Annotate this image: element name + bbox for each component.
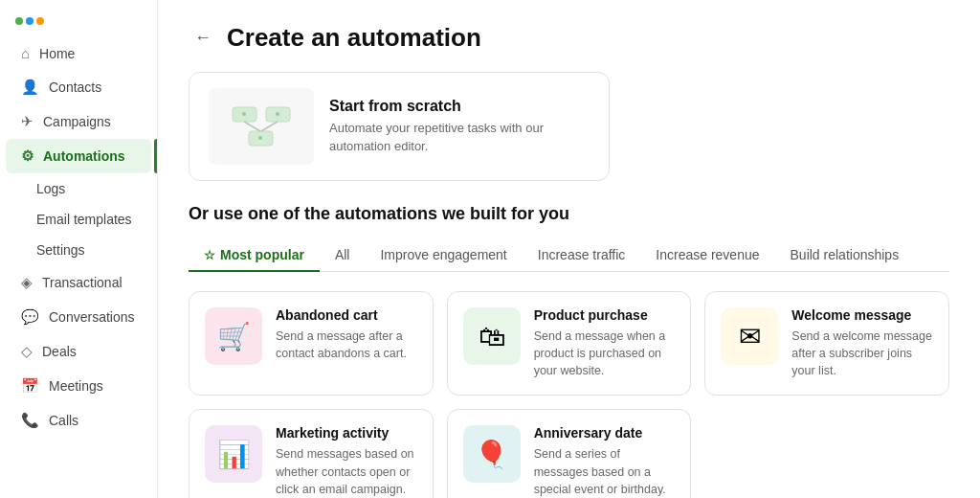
tabs-bar: ☆ Most popular All Improve engagement In… [189,239,949,272]
sidebar-sub-settings[interactable]: Settings [6,235,151,265]
automations-grid: 🛒 Abandoned cart Send a message after a … [189,291,949,498]
logo [0,10,157,36]
abandoned-cart-title: Abandoned cart [276,307,417,323]
welcome-message-body: Welcome message Send a welcome message a… [791,307,933,379]
sidebar-item-label: Transactional [42,275,122,290]
sidebar-item-label: Calls [49,413,78,428]
logo-dot-3 [36,17,44,25]
scratch-preview [209,88,314,165]
abandoned-cart-desc: Send a message after a contact abandons … [276,328,417,362]
tab-label: Increase traffic [538,247,626,262]
svg-point-7 [258,136,262,140]
automation-card-abandoned-cart[interactable]: 🛒 Abandoned cart Send a message after a … [189,291,434,396]
marketing-activity-desc: Send messages based on whether contacts … [276,445,417,497]
svg-point-5 [242,112,246,116]
sidebar-item-label: Automations [43,148,125,164]
tab-label: Most popular [220,247,304,262]
automation-card-welcome-message[interactable]: ✉ Welcome message Send a welcome message… [704,291,949,396]
welcome-message-desc: Send a welcome message after a subscribe… [791,328,933,379]
automations-icon: ⚙ [21,147,33,165]
automation-card-product-purchase[interactable]: 🛍 Product purchase Send a message when a… [447,291,692,396]
marketing-activity-body: Marketing activity Send messages based o… [276,425,417,497]
marketing-activity-icon: 📊 [205,425,262,483]
automation-card-marketing-activity[interactable]: 📊 Marketing activity Send messages based… [189,409,434,498]
transactional-icon: ◈ [21,274,33,291]
scratch-description: Automate your repetitive tasks with our … [329,120,590,154]
automation-card-anniversary-date[interactable]: 🎈 Anniversary date Send a series of mess… [447,409,692,498]
scratch-title: Start from scratch [329,98,590,115]
deals-icon: ◇ [21,343,33,360]
sidebar-sub-email-templates[interactable]: Email templates [6,204,151,235]
tab-label: Increase revenue [656,247,759,262]
abandoned-cart-body: Abandoned cart Send a message after a co… [276,307,417,362]
tab-increase-traffic[interactable]: Increase traffic [523,239,641,272]
tab-label: Improve engagement [380,247,506,262]
scratch-info: Start from scratch Automate your repetit… [329,98,590,154]
logo-dot-1 [15,17,23,25]
page-header: ← Create an automation [189,23,949,53]
campaigns-icon: ✈ [21,113,33,130]
tab-build-relationships[interactable]: Build relationships [775,239,915,272]
welcome-message-title: Welcome message [791,307,933,323]
svg-point-6 [276,112,279,116]
product-purchase-title: Product purchase [534,307,676,323]
sidebar-item-label: Meetings [49,378,103,394]
settings-label: Settings [36,242,85,258]
sidebar-item-transactional[interactable]: ◈ Transactional [6,265,151,300]
tab-most-popular[interactable]: ☆ Most popular [189,239,320,272]
anniversary-date-desc: Send a series of messages based on a spe… [534,445,676,497]
tab-label: All [335,247,350,262]
sidebar-item-campaigns[interactable]: ✈ Campaigns [6,104,151,139]
welcome-message-icon: ✉ [721,307,778,365]
scratch-card[interactable]: Start from scratch Automate your repetit… [189,72,610,181]
star-icon: ☆ [204,248,215,262]
svg-line-4 [261,122,278,131]
sidebar-item-calls[interactable]: 📞 Calls [6,403,151,438]
home-icon: ⌂ [21,45,30,61]
tab-improve-engagement[interactable]: Improve engagement [365,239,522,272]
product-purchase-icon: 🛍 [463,307,521,365]
sidebar-item-label: Conversations [49,309,135,325]
tab-label: Build relationships [791,247,900,262]
email-templates-label: Email templates [36,212,132,227]
logo-dots [15,17,44,25]
sidebar-item-label: Deals [42,344,77,359]
sidebar-item-home[interactable]: ⌂ Home [6,36,151,70]
page-title: Create an automation [227,23,481,53]
sidebar-item-label: Contacts [49,79,101,95]
product-purchase-desc: Send a message when a product is purchas… [534,328,676,379]
anniversary-date-icon: 🎈 [463,425,521,483]
sidebar: ⌂ Home 👤 Contacts ✈ Campaigns ⚙ Automati… [0,0,158,498]
tab-all[interactable]: All [320,239,366,272]
conversations-icon: 💬 [21,308,39,326]
meetings-icon: 📅 [21,377,39,395]
abandoned-cart-icon: 🛒 [205,307,262,365]
anniversary-date-title: Anniversary date [534,425,676,441]
section-title: Or use one of the automations we built f… [189,204,949,224]
contacts-icon: 👤 [21,79,39,96]
sidebar-item-label: Campaigns [43,114,111,129]
sidebar-item-automations[interactable]: ⚙ Automations [6,139,151,173]
sidebar-item-deals[interactable]: ◇ Deals [6,334,151,369]
sidebar-item-label: Home [39,46,75,61]
logs-label: Logs [36,181,65,196]
sidebar-item-meetings[interactable]: 📅 Meetings [6,369,151,403]
marketing-activity-title: Marketing activity [276,425,417,441]
sidebar-sub-logs[interactable]: Logs [6,173,151,204]
anniversary-date-body: Anniversary date Send a series of messag… [534,425,676,497]
product-purchase-body: Product purchase Send a message when a p… [534,307,676,379]
sidebar-item-conversations[interactable]: 💬 Conversations [6,300,151,334]
sidebar-item-contacts[interactable]: 👤 Contacts [6,70,151,104]
tab-increase-revenue[interactable]: Increase revenue [640,239,774,272]
calls-icon: 📞 [21,412,39,429]
logo-dot-2 [26,17,33,25]
back-button[interactable]: ← [189,26,217,50]
svg-line-3 [244,122,260,131]
main-content: ← Create an automation Start from scratc… [158,0,980,498]
